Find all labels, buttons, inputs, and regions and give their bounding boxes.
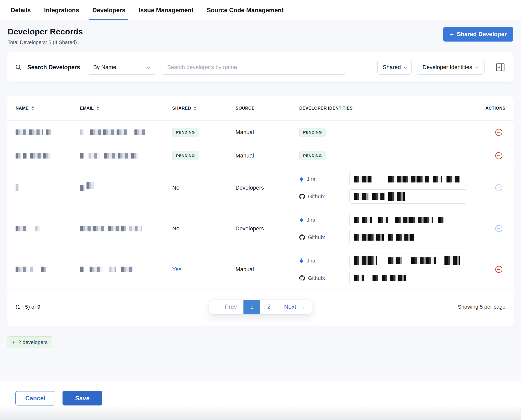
add-column-button[interactable] — [495, 62, 506, 73]
table-row: No Developers Jira: — [7, 167, 514, 208]
jira-identity-row: Jira: — [299, 254, 475, 268]
footer-action-bar: Cancel Save — [0, 381, 521, 420]
jira-icon — [299, 177, 304, 182]
search-developers-label: Search Developers — [27, 64, 80, 71]
sort-icon[interactable] — [96, 106, 99, 111]
developer-identities-filter-value: Developer Identities — [423, 64, 472, 71]
total-developers-text: Total Developers: 5 (4 Shared) — [8, 40, 83, 45]
shared-status-badge: PENDING — [172, 151, 199, 160]
remove-icon — [495, 128, 503, 136]
jira-identity-value[interactable] — [349, 254, 467, 268]
developer-identities-filter-select[interactable]: Developer Identities — [417, 60, 485, 75]
tab-integrations[interactable]: Integrations — [44, 0, 79, 20]
tab-details[interactable]: Details — [11, 0, 31, 20]
column-label: ACTIONS — [485, 106, 505, 111]
page-header: Developer Records Total Developers: 5 (4… — [7, 27, 514, 45]
cancel-button[interactable]: Cancel — [15, 391, 55, 405]
github-icon — [299, 234, 305, 240]
column-header-name[interactable]: NAME — [16, 106, 80, 111]
identities-status-badge: PENDING — [299, 151, 326, 160]
pagination-summary: (1 - 5) of 9 — [16, 304, 40, 310]
add-developers-chip[interactable]: + 2 developers — [7, 336, 52, 348]
github-identity-value[interactable] — [349, 189, 467, 204]
column-label: NAME — [16, 106, 29, 111]
identities-status-badge: PENDING — [299, 128, 326, 137]
tab-developers[interactable]: Developers — [92, 0, 125, 20]
per-page-text: Showing 5 per page — [458, 304, 505, 310]
add-developers-chip-label: 2 developers — [18, 339, 48, 345]
redacted-name — [16, 153, 80, 159]
source-cell: Developers — [235, 225, 299, 232]
pagination-bar: (1 - 5) of 9 ← Prev 1 2 Next → Showing 5… — [7, 290, 514, 324]
github-label: Github: — [308, 193, 325, 200]
page-1-button[interactable]: 1 — [244, 300, 260, 314]
remove-icon — [495, 152, 503, 160]
shared-filter-select[interactable]: Shared — [377, 60, 412, 75]
remove-developer-button[interactable] — [495, 225, 503, 233]
source-cell: Developers — [235, 185, 299, 191]
source-cell: Manual — [235, 129, 299, 136]
github-identity-row: Github: — [299, 271, 475, 285]
chevron-down-icon — [146, 66, 151, 69]
chevron-down-icon — [475, 66, 479, 69]
search-by-select[interactable]: By Name — [88, 60, 156, 75]
column-header-shared[interactable]: SHARED — [172, 106, 235, 111]
remove-icon — [495, 265, 503, 273]
redacted-identity — [354, 217, 444, 223]
jira-identity-value[interactable] — [349, 172, 467, 186]
remove-developer-button[interactable] — [495, 128, 503, 136]
github-identity-value[interactable] — [349, 230, 467, 244]
column-header-source: SOURCE — [235, 106, 299, 111]
search-filter-bar: Search Developers By Name Shared Develop… — [7, 52, 514, 83]
page-2-button[interactable]: 2 — [260, 300, 277, 314]
arrow-right-icon: → — [299, 304, 305, 310]
column-header-actions: ACTIONS — [475, 106, 505, 111]
redacted-identity — [354, 192, 405, 201]
save-button[interactable]: Save — [63, 391, 102, 405]
arrow-left-icon: ← — [216, 304, 222, 310]
jira-identity-value[interactable] — [349, 213, 467, 227]
tab-issue-management[interactable]: Issue Management — [139, 0, 193, 20]
jira-label: Jira: — [307, 176, 317, 182]
sort-icon[interactable] — [31, 106, 34, 111]
github-icon — [299, 194, 305, 199]
prev-label: Prev — [225, 304, 237, 310]
remove-icon — [495, 225, 503, 233]
redacted-name — [16, 226, 80, 231]
remove-developer-button[interactable] — [495, 184, 503, 192]
search-input[interactable] — [162, 60, 345, 75]
add-column-icon — [496, 63, 505, 72]
table-row: No Developers Jira: — [7, 208, 514, 249]
github-label: Github: — [308, 275, 325, 281]
redacted-identity — [354, 234, 414, 241]
redacted-name — [16, 184, 80, 191]
shared-developer-button-label: Shared Developer — [457, 31, 507, 38]
sort-icon[interactable] — [194, 106, 197, 111]
remove-icon — [495, 184, 503, 192]
github-identity-value[interactable] — [349, 271, 467, 285]
plus-icon: + — [12, 339, 15, 346]
remove-developer-button[interactable] — [495, 265, 503, 273]
redacted-identity — [354, 275, 406, 281]
search-icon — [15, 64, 22, 71]
column-header-email[interactable]: EMAIL — [80, 106, 172, 111]
shared-cell-link[interactable]: Yes — [172, 266, 235, 273]
next-page-button[interactable]: Next → — [277, 300, 312, 314]
source-cell: Manual — [235, 152, 299, 159]
prev-page-button[interactable]: ← Prev — [209, 300, 243, 314]
search-by-value: By Name — [93, 64, 116, 71]
next-label: Next — [284, 304, 296, 310]
jira-label: Jira: — [307, 258, 317, 264]
shared-cell: No — [172, 225, 235, 232]
shared-status-badge: PENDING — [172, 128, 199, 137]
redacted-identity — [354, 256, 460, 265]
github-identity-row: Github: — [299, 189, 475, 204]
redacted-email — [80, 129, 172, 135]
tab-source-code-management[interactable]: Source Code Management — [207, 0, 283, 20]
shared-developer-button[interactable]: + Shared Developer — [443, 27, 513, 42]
remove-developer-button[interactable] — [495, 152, 503, 160]
jira-icon — [299, 217, 304, 222]
column-label: SHARED — [172, 106, 191, 111]
chevron-down-icon — [403, 66, 407, 69]
plus-icon: + — [450, 32, 454, 37]
